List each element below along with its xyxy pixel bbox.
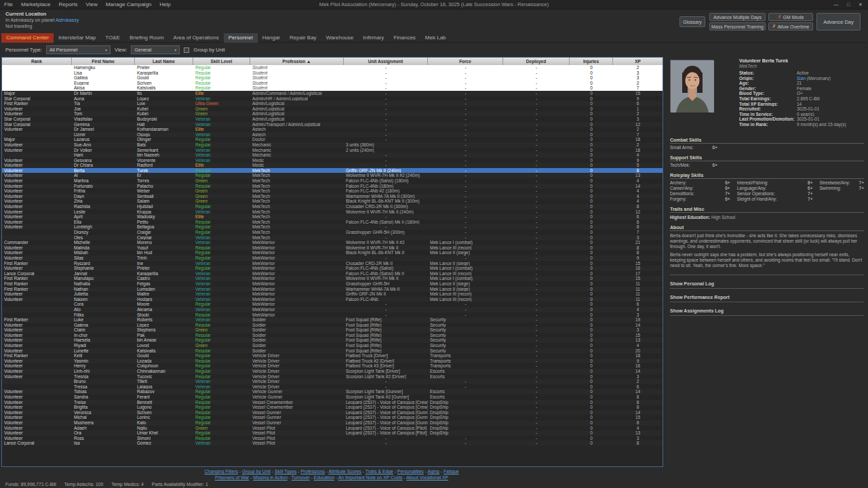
table-row[interactable]: FiliksStockiRegularMekWarrior---03 bbox=[2, 312, 663, 318]
table-row[interactable]: Hanibin NazeehVeteranMechanic---04 bbox=[2, 152, 663, 158]
table-row[interactable]: VolunteerMisbahbin HudRegularMekWarriorB… bbox=[2, 250, 663, 256]
view-select[interactable]: General▾ bbox=[131, 45, 180, 54]
table-row[interactable]: Star CorporalVlastislavBudzynskiVeteranA… bbox=[2, 117, 663, 122]
table-row[interactable]: HamengkuPrielerRegularStudent---02 bbox=[2, 65, 663, 70]
table-row[interactable]: VolunteerDr ChiaraRadfordEliteMedic---05 bbox=[2, 163, 663, 168]
help-link-about-vocational-xp[interactable]: About Vocational XP bbox=[406, 475, 448, 480]
menu-reports[interactable]: Reports bbox=[54, 1, 81, 7]
table-row[interactable]: VolunteerRiyadiLovodGreenSoldierFoot Squ… bbox=[2, 343, 663, 348]
table-row[interactable]: VolunteerLinh-nhiChinnakannanRegularVehi… bbox=[2, 369, 663, 374]
menu-manage-campaign[interactable]: Manage Campaign bbox=[102, 1, 156, 7]
advance-day-button[interactable]: Advance Day bbox=[816, 13, 861, 30]
table-row[interactable]: VolunteerMichalLonincRegularVessel Gunne… bbox=[2, 415, 663, 420]
table-row[interactable]: VolunteerHaeselabin AnwarRegularSoldierF… bbox=[2, 338, 663, 343]
table-row[interactable]: VolunteerRashidaHjulstadRegularMekTechCr… bbox=[2, 204, 663, 209]
menu-help[interactable]: Help bbox=[155, 1, 174, 7]
tab-area-of-operations[interactable]: Area of Operations bbox=[169, 33, 224, 43]
close-button[interactable]: ✕ bbox=[854, 0, 867, 9]
tab-personnel[interactable]: Personnel bbox=[224, 33, 258, 43]
allow-overtime-toggle-button[interactable]: ✗Allow Overtime bbox=[768, 22, 813, 30]
table-row[interactable]: CommanderMichelleMorenoVeteranMekWarrior… bbox=[2, 240, 663, 245]
table-row[interactable]: VolunteerJoeKubeiGreenAdmin/Logistical--… bbox=[2, 106, 663, 112]
table-row[interactable]: First RankerManutapuCastroVeteranMekWarr… bbox=[2, 276, 663, 281]
maximize-button[interactable]: □ bbox=[842, 0, 854, 9]
table-row[interactable]: First RankerKelliGouldRegularVehicle Dri… bbox=[2, 353, 663, 359]
table-row[interactable]: First RankerLukeRobertsVeteranSoldierFoo… bbox=[2, 317, 663, 323]
menu-view[interactable]: View bbox=[81, 1, 101, 7]
minimize-button[interactable]: — bbox=[830, 0, 842, 9]
table-row[interactable]: VolunteerDr VolkerSemerkantVeteranMechan… bbox=[2, 148, 663, 153]
table-row[interactable]: OlesCwynarVeteranMekTech---03 bbox=[2, 235, 663, 241]
table-row[interactable]: VolunteerGalenaLópezRegularSoldierFoot S… bbox=[2, 323, 663, 328]
table-row[interactable]: AkisaKatsivalisRegularStudent---07 bbox=[2, 85, 663, 91]
table-row[interactable]: LisaKaragarillaRegularStudent---03 bbox=[2, 70, 663, 76]
show-performance-report-toggle[interactable]: Show Performance Report bbox=[670, 295, 864, 302]
menu-file[interactable]: File bbox=[0, 1, 17, 7]
table-row[interactable]: MajorLazarusOlingerRegularDoctor---018 bbox=[2, 137, 663, 142]
table-row[interactable]: VolunteerTresnjaTucovicRegularVehicle Dr… bbox=[2, 374, 663, 380]
table-row[interactable]: VolunteerBrigittaLugonoRegularVessel Cre… bbox=[2, 405, 663, 410]
table-row[interactable]: VolunteerVeronicaScrivenRegularVessel Gu… bbox=[2, 410, 663, 415]
table-row[interactable]: Lance CorporalIsaGómezVeteranVessel Pilo… bbox=[2, 441, 663, 446]
table-row[interactable]: VolunteerAprilWadoskyEliteMekTech---06 bbox=[2, 214, 663, 220]
help-link-turnover[interactable]: Turnover bbox=[292, 475, 310, 480]
help-link-personalities[interactable]: Personalities bbox=[397, 469, 424, 474]
table-row[interactable]: VolunteerJuliettaMaitreVeteranMekWarrior… bbox=[2, 291, 663, 297]
tab-finances[interactable]: Finances bbox=[389, 33, 420, 43]
tab-infirmary[interactable]: Infirmary bbox=[358, 33, 389, 43]
table-row[interactable]: AtoAkramaVeteranMekWarrior---04 bbox=[2, 307, 663, 312]
table-row[interactable]: VolunteerSandraFerantRegularVehicle Gunn… bbox=[2, 394, 663, 400]
table-row[interactable]: VolunteerLeslieKruppaVeteranMekTechWolve… bbox=[2, 209, 663, 215]
table-row[interactable]: VolunteerLunetteKatsivalisRegularSoldier… bbox=[2, 348, 663, 354]
glossary-button[interactable]: Glossary bbox=[679, 16, 705, 27]
gm-mode-toggle-button[interactable]: ✗GM Mode bbox=[768, 13, 813, 21]
show-personal-log-toggle[interactable]: Show Personal Log bbox=[670, 281, 864, 289]
column-header-last-name[interactable]: Last Name bbox=[135, 58, 193, 65]
help-link-an-important-note-on-xp-costs[interactable]: An Important Note on XP Costs bbox=[338, 475, 403, 480]
table-row[interactable]: VolunteerHenryColquhounRegularVehicle Dr… bbox=[2, 363, 663, 369]
origin-planet-link[interactable]: Sian bbox=[797, 76, 806, 81]
table-row[interactable]: VolunteerAlErRegularMekTechWolverine II … bbox=[2, 173, 663, 178]
table-row[interactable]: GalileaGouldRegularStudent---03 bbox=[2, 75, 663, 81]
help-link-changing-filters[interactable]: Changing Filters bbox=[204, 469, 238, 474]
table-row[interactable]: VolunteerDaynSentwaliGreenMekTechWarhamm… bbox=[2, 194, 663, 199]
table-row[interactable]: VolunteerFrithaWeberGreenMekTechFalcon F… bbox=[2, 188, 663, 194]
help-link-aging[interactable]: Aging bbox=[427, 469, 439, 474]
table-row[interactable]: VolunteerTobiasRabazovRegularVehicle Gun… bbox=[2, 389, 663, 394]
table-row[interactable]: Lance CorporalJannatKaragarillaVeteranMe… bbox=[2, 271, 663, 277]
table-row[interactable]: Star CorporalGemmaHallVeteranAdmin/Trans… bbox=[2, 122, 663, 127]
table-row[interactable]: VolunteerLoreleighBellagoaRegularMekTech… bbox=[2, 224, 663, 230]
table-row[interactable]: VolunteerDr JameelKothandaramanEliteAste… bbox=[2, 127, 663, 132]
personnel-type-select[interactable]: All Personnel▾ bbox=[46, 45, 111, 54]
table-row[interactable]: MajorDr MartinItoEliteAdmin/Command / Ad… bbox=[2, 91, 663, 96]
table-row[interactable]: DionizyCraigieRegularMekTechGrasshopper … bbox=[2, 230, 663, 235]
table-row[interactable]: VolunteerFortunatoPatachoRegularMekTechF… bbox=[2, 184, 663, 189]
group-by-unit-checkbox[interactable] bbox=[184, 47, 189, 53]
table-row[interactable]: VolunteerSue-AnnBatsRegularMechanic3 uni… bbox=[2, 142, 663, 148]
table-row[interactable]: VolunteerIn-chorPakRegularSoldierFoot Sq… bbox=[2, 333, 663, 338]
tab-mek-lab[interactable]: Mek Lab bbox=[420, 33, 451, 43]
column-header-injuries[interactable]: Injuries bbox=[570, 58, 613, 65]
tab-repair-bay[interactable]: Repair Bay bbox=[285, 33, 321, 43]
column-header-force[interactable]: Force bbox=[428, 58, 503, 65]
column-header-rank[interactable]: Rank bbox=[2, 58, 72, 65]
table-row[interactable]: UzmirOsogoVeteranAstech---07 bbox=[2, 132, 663, 138]
table-row[interactable]: TressaLalagosVeteranVehicle Driver---06 bbox=[2, 384, 663, 390]
advance-multiple-days-button[interactable]: Advance Multiple Days bbox=[709, 13, 766, 21]
table-row[interactable]: VolunteerOraUmar KhelRegularVessel Pilot… bbox=[2, 430, 663, 436]
tab-warehouse[interactable]: Warehouse bbox=[321, 33, 359, 43]
table-row[interactable]: BrunoTilletiVeteranVehicle Driver---02 bbox=[2, 379, 663, 384]
column-header-unit-assignment[interactable]: Unit Assignment bbox=[344, 58, 428, 65]
table-row[interactable]: First RankerNathanLumsdenVeteranMekWarri… bbox=[2, 287, 663, 292]
table-row[interactable]: VolunteerGesvanaVicerenteVeteranMedic---… bbox=[2, 158, 663, 163]
tab-command-center[interactable]: Command Center bbox=[1, 33, 54, 43]
table-row[interactable]: VolunteerTreiseBennettRegularVessel Crew… bbox=[2, 400, 663, 405]
table-row[interactable]: VolunteerRossSimoniRegularVessel Pilot--… bbox=[2, 436, 663, 441]
table-row[interactable]: VolunteerNaizenHodgesVeteranMekWarriorFa… bbox=[2, 297, 663, 302]
table-row[interactable]: First RankerNathaliaFelgasVeteranMekWarr… bbox=[2, 281, 663, 287]
column-header-first-name[interactable]: First Name bbox=[72, 58, 135, 65]
help-link-group-by-unit[interactable]: Group by Unit bbox=[242, 469, 271, 474]
table-row[interactable]: VolunteerSilasTrinhRegularMekWarrior---0… bbox=[2, 256, 663, 261]
table-row[interactable]: CoraMooreRegularMekWarrior---06 bbox=[2, 302, 663, 307]
mass-personnel-training-button[interactable]: Mass Personnel Training bbox=[709, 22, 766, 30]
